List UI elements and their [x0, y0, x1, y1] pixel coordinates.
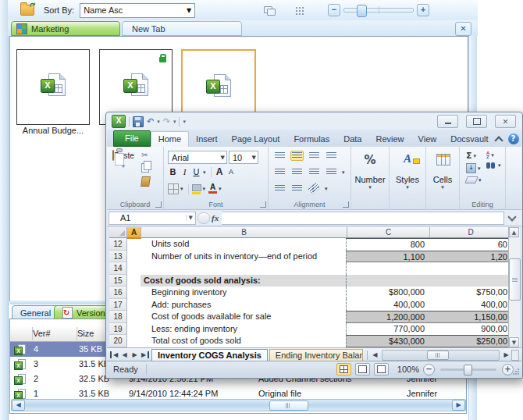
row-header-15[interactable]: 15: [109, 275, 127, 287]
zoom-slider-handle[interactable]: [357, 5, 367, 17]
folder-up-icon[interactable]: ↷: [20, 5, 34, 16]
cell-C16[interactable]: $800,000: [346, 287, 428, 299]
excel-app-icon[interactable]: X: [112, 115, 126, 128]
tab-scroll-left-icon[interactable]: ◀: [370, 351, 380, 358]
ribbon-tab-review[interactable]: Review: [368, 132, 411, 147]
cell-D17[interactable]: 400,00: [428, 299, 509, 311]
column-header-d[interactable]: D: [430, 227, 512, 238]
grid-vscrollbar[interactable]: ▲ ▼: [508, 227, 520, 347]
redo-dropdown-icon[interactable]: ▾: [173, 119, 176, 125]
cell-A17[interactable]: [127, 299, 141, 311]
cell-C19[interactable]: 770,000: [346, 323, 428, 336]
ribbon-tab-formulas[interactable]: Formulas: [286, 132, 336, 147]
row-header-12[interactable]: 12: [109, 238, 127, 251]
cell-D20[interactable]: $250,00: [428, 335, 509, 347]
cell-B18[interactable]: Cost of goods available for sale: [141, 311, 346, 323]
close-tab-button[interactable]: ✕: [455, 22, 471, 36]
alignment-dialog-launcher-icon[interactable]: [343, 201, 349, 208]
font-dialog-launcher-icon[interactable]: [260, 201, 266, 208]
cell-C17[interactable]: 400,000: [346, 299, 428, 311]
row-header-13[interactable]: 13: [109, 251, 127, 263]
row-header-20[interactable]: 20: [109, 335, 127, 347]
decrease-indent-button[interactable]: [273, 183, 286, 194]
align-right-button[interactable]: [308, 167, 321, 177]
bold-button[interactable]: B: [168, 167, 178, 177]
tab-scroll-right-icon[interactable]: ▶: [501, 351, 511, 358]
styles-menu-button[interactable]: Styles ▾: [390, 175, 425, 190]
autosum-button[interactable]: Σ▾: [466, 151, 483, 160]
column-header-b[interactable]: B: [141, 227, 347, 238]
ribbon-tab-home[interactable]: Home: [151, 131, 189, 147]
row-header-14[interactable]: 14: [109, 262, 127, 275]
cell-A15[interactable]: [127, 275, 141, 287]
underline-button[interactable]: U: [191, 167, 201, 177]
align-center-button[interactable]: [290, 167, 304, 177]
page-break-view-button[interactable]: [374, 363, 389, 376]
cell-B14[interactable]: [141, 262, 346, 275]
status-zoom-track[interactable]: [440, 368, 496, 371]
orientation-dropdown-icon[interactable]: ▾: [325, 186, 329, 192]
zoom-slider-track[interactable]: [343, 8, 414, 12]
cell-C18[interactable]: 1,200,000: [346, 311, 428, 323]
left-panel-splitter[interactable]: [0, 0, 9, 420]
select-all-corner[interactable]: [109, 227, 127, 238]
scroll-right-icon[interactable]: ▶: [452, 400, 465, 411]
row-header-16[interactable]: 16: [109, 287, 127, 299]
tab-marketing[interactable]: Marketing: [11, 21, 120, 36]
borders-icon[interactable]: [168, 183, 179, 194]
zoom-out-button[interactable]: −: [328, 4, 340, 16]
scroll-up-icon[interactable]: ▲: [509, 227, 519, 237]
italic-button[interactable]: I: [180, 167, 190, 177]
sheet-tab-ending-inventory-balan[interactable]: Ending Inventory Balan: [269, 349, 363, 361]
row-header-18[interactable]: 18: [109, 311, 127, 323]
cell-C15[interactable]: [346, 275, 428, 287]
merge-center-button[interactable]: [325, 167, 338, 177]
find-select-button[interactable]: ▾: [486, 162, 503, 169]
cell-D19[interactable]: 900,00: [428, 323, 509, 336]
cell-D14[interactable]: [428, 262, 509, 275]
tab-split-handle[interactable]: [511, 350, 519, 361]
tab-new-tab[interactable]: New Tab: [122, 21, 242, 36]
fill-color-button[interactable]: [192, 184, 201, 194]
cell-D13[interactable]: 1,20: [428, 251, 509, 263]
cell-C20[interactable]: $430,000: [346, 335, 428, 347]
cell-B19[interactable]: Less: ending inventory: [141, 323, 346, 336]
name-box-dropdown-icon[interactable]: ▼: [186, 215, 195, 221]
fill-button[interactable]: ↓▾: [466, 163, 483, 173]
percent-style-button[interactable]: %: [351, 153, 389, 167]
thumbnail-view-icon[interactable]: [295, 6, 304, 15]
page-layout-view-button[interactable]: [355, 363, 370, 376]
undo-icon[interactable]: ↶: [147, 117, 154, 126]
clear-button[interactable]: ▾: [466, 176, 483, 183]
last-sheet-icon[interactable]: ▶: [140, 351, 149, 358]
cell-C12[interactable]: 800: [346, 238, 428, 251]
next-sheet-icon[interactable]: ▶: [130, 351, 140, 358]
cell-A12[interactable]: [127, 238, 141, 251]
column-header-c[interactable]: C: [347, 227, 430, 238]
merge-dropdown-icon[interactable]: ▾: [342, 169, 347, 176]
previous-sheet-icon[interactable]: ◀: [119, 351, 130, 358]
number-menu-button[interactable]: Number ▾: [351, 175, 389, 190]
wrap-text-button[interactable]: [325, 151, 338, 161]
scroll-left-icon[interactable]: ◀: [12, 400, 25, 411]
copy-icon[interactable]: [141, 163, 149, 173]
shrink-font-button[interactable]: A: [226, 167, 237, 177]
ribbon-tab-view[interactable]: View: [411, 132, 444, 147]
orientation-button[interactable]: [308, 183, 321, 194]
cut-icon[interactable]: ✂: [141, 151, 148, 159]
file-thumbnail-annual-budget[interactable]: X: [16, 49, 90, 125]
grow-font-button[interactable]: A: [215, 167, 225, 177]
redo-icon[interactable]: ↷: [163, 117, 170, 126]
ribbon-tab-insert[interactable]: Insert: [189, 132, 225, 147]
cascade-view-icon[interactable]: [264, 6, 275, 15]
undo-dropdown-icon[interactable]: ▾: [157, 119, 160, 125]
font-color-button[interactable]: A: [208, 184, 217, 194]
sort-order-select[interactable]: Name Asc ▼: [80, 3, 195, 18]
zoom-in-button[interactable]: +: [417, 4, 429, 16]
cells-menu-button[interactable]: Cells ▾: [426, 175, 459, 190]
vscroll-thumb[interactable]: [509, 258, 521, 301]
cell-B20[interactable]: Total cost of goods sold: [141, 335, 346, 347]
scroll-down-icon[interactable]: ▼: [509, 337, 519, 347]
cell-D16[interactable]: $750,00: [428, 287, 509, 299]
ribbon-tab-docsvault[interactable]: Docsvault: [443, 132, 495, 147]
